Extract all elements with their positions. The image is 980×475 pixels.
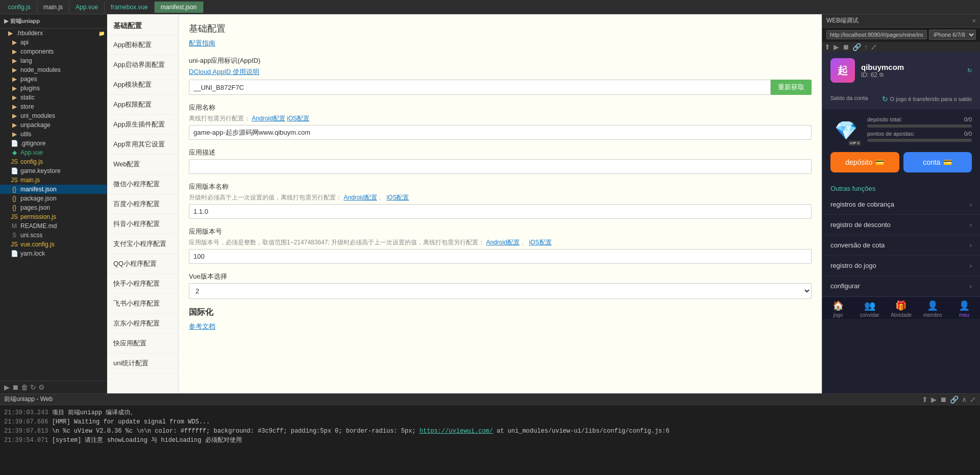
appid-input[interactable] (189, 80, 771, 95)
preview-link-icon[interactable]: 🔗 (852, 43, 861, 51)
preview-url-input[interactable] (826, 30, 927, 39)
tree-item-pages-json[interactable]: {} pages.json (0, 203, 107, 212)
tree-item-hbuilderx[interactable]: ▶ .hbuilderx 📁 (0, 29, 107, 38)
tree-item-main-js[interactable]: JS main.js (0, 176, 107, 185)
config-nav-jingdong[interactable]: 京东小程序配置 (107, 314, 178, 334)
tree-item-game-keystore[interactable]: 📄 game.keystore (0, 166, 107, 176)
nav-meu[interactable]: 👤 meu (948, 300, 980, 318)
config-nav-alipay[interactable]: 支付宝小程序配置 (107, 234, 178, 254)
config-nav-basic[interactable]: 基础配置 (107, 14, 178, 35)
tree-item-package-json[interactable]: {} package.json (0, 194, 107, 203)
nav-jogo[interactable]: 🏠 jogo (822, 300, 854, 318)
version-num-ios-link[interactable]: iOS配置 (529, 239, 552, 246)
appid-refresh-button[interactable]: 重新获取 (771, 80, 812, 95)
tree-item-node-modules[interactable]: ▶ node_modules (0, 65, 107, 74)
config-nav-app-icon[interactable]: App图标配置 (107, 35, 178, 55)
preview-play-icon[interactable]: ▶ (834, 43, 839, 51)
menu-item-3[interactable]: registro do jogo › (822, 256, 980, 276)
menu-item-0[interactable]: registros de cobrança › (822, 194, 980, 215)
account-button[interactable]: conta 💳 (903, 152, 972, 172)
deposit-button[interactable]: depósito 💳 (830, 152, 899, 172)
dcloud-appid-link[interactable]: DCloud AppID 使用说明 (189, 67, 812, 77)
config-nav-qq[interactable]: QQ小程序配置 (107, 254, 178, 274)
tree-item-utils[interactable]: ▶ utils (0, 130, 107, 139)
tree-item-vue-config[interactable]: JS vue.config.js (0, 240, 107, 249)
tree-item-config-js[interactable]: JS config.js (0, 157, 107, 166)
tree-item-store[interactable]: ▶ store (0, 102, 107, 111)
tree-item-readme[interactable]: M README.md (0, 221, 107, 231)
config-nav-feishu[interactable]: 飞书小程序配置 (107, 294, 178, 314)
config-nav-uni-stat[interactable]: uni统计配置 (107, 354, 178, 373)
tree-item-gitignore[interactable]: 📄 .gitignore (0, 139, 107, 148)
preview-close-button[interactable]: × (972, 17, 976, 24)
config-nav-weixin[interactable]: 微信小程序配置 (107, 174, 178, 194)
tree-item-unpackage[interactable]: ▶ unpackage (0, 120, 107, 130)
tab-app-vue[interactable]: App.vue (69, 2, 105, 13)
tab-main-js[interactable]: main.js (37, 2, 69, 13)
terminal-link-icon[interactable]: 🔗 (950, 395, 959, 404)
tree-item-plugins[interactable]: ▶ plugins (0, 84, 107, 93)
terminal-stop-icon[interactable]: ⏹ (940, 395, 947, 404)
config-nav-app-native[interactable]: App原生插件配置 (107, 115, 178, 135)
appname-input[interactable] (189, 125, 812, 140)
preview-expand-icon[interactable]: ↑ (864, 43, 868, 51)
tab-manifest-json[interactable]: manifest.json (155, 2, 204, 13)
version-name-input[interactable] (189, 204, 812, 219)
copy-icon[interactable]: ⧉ (879, 71, 884, 78)
tree-item-permission-js[interactable]: JS permission.js (0, 212, 107, 221)
config-nav-quick[interactable]: 快应用配置 (107, 334, 178, 354)
nav-membro[interactable]: 👤 membro (917, 300, 948, 318)
terminal-collapse-icon[interactable]: ∧ (962, 395, 967, 404)
tree-item-uni-modules[interactable]: ▶ uni_modules (0, 111, 107, 120)
appname-android-link[interactable]: Android配置 (252, 115, 285, 122)
nav-atividade[interactable]: 🎁 Atividade (886, 300, 917, 318)
version-android-link[interactable]: Android配置 (344, 194, 377, 201)
preview-fullscreen-icon[interactable]: ⤢ (871, 43, 877, 51)
nav-convidar[interactable]: 👥 convidar (854, 300, 886, 318)
stop-icon[interactable]: ⏹ (12, 383, 19, 391)
terminal-expand-icon[interactable]: ⤢ (970, 395, 976, 404)
i18n-doc-link[interactable]: 参考文档 (189, 322, 812, 331)
terminal-play-icon[interactable]: ▶ (931, 395, 937, 404)
tree-item-manifest-json[interactable]: {} manifest.json (0, 185, 107, 194)
tree-item-pages[interactable]: ▶ pages (0, 74, 107, 84)
version-ios-link[interactable]: iOS配置 (386, 194, 409, 201)
menu-item-2[interactable]: conversão de cota › (822, 235, 980, 256)
config-nav-app-permission[interactable]: App权限配置 (107, 95, 178, 115)
version-num-android-link[interactable]: Android配置 (486, 239, 519, 246)
terminal-controls: ⬆ ▶ ⏹ 🔗 ∧ ⤢ (922, 395, 976, 404)
refresh-icon[interactable]: ↻ (30, 383, 36, 391)
tree-item-uni-scss[interactable]: S uni.scss (0, 231, 107, 240)
preview-stop-icon[interactable]: ⏹ (842, 43, 849, 51)
tree-item-api[interactable]: ▶ api (0, 38, 107, 47)
config-nav-web[interactable]: Web配置 (107, 155, 178, 174)
preview-device-select[interactable]: iPhone 6/7/8 (929, 30, 976, 40)
tree-item-app-vue[interactable]: ◆ App.vue (0, 148, 107, 157)
config-nav-app-other[interactable]: App常用其它设置 (107, 135, 178, 155)
tree-item-static[interactable]: ▶ static (0, 93, 107, 102)
tree-item-lang[interactable]: ▶ lang (0, 56, 107, 65)
config-nav-baidu[interactable]: 百度小程序配置 (107, 194, 178, 214)
config-nav-tiktok[interactable]: 抖音小程序配置 (107, 214, 178, 234)
config-nav-app-module[interactable]: App模块配置 (107, 75, 178, 95)
description-input[interactable] (189, 159, 812, 174)
preview-upload-icon[interactable]: ⬆ (824, 43, 830, 51)
refresh-balance-icon[interactable]: ↻ (967, 67, 972, 74)
tab-framebox-vue[interactable]: framebox.vue (105, 2, 155, 13)
menu-item-4[interactable]: configurar › (822, 276, 980, 296)
config-nav-app-splash[interactable]: App启动界面配置 (107, 55, 178, 75)
menu-item-1[interactable]: registro de desconto › (822, 215, 980, 235)
terminal-upload-icon[interactable]: ⬆ (922, 395, 928, 404)
config-nav-kuaishou[interactable]: 快手小程序配置 (107, 274, 178, 294)
tab-config-js[interactable]: config.js (2, 2, 37, 13)
tree-item-yarn-lock[interactable]: 📄 yarn.lock (0, 249, 107, 258)
version-num-input[interactable] (189, 249, 812, 264)
log-link-uview[interactable]: https://uviewui.com/ (420, 428, 493, 435)
vue-version-select[interactable]: 2 3 (189, 283, 812, 299)
tree-item-components[interactable]: ▶ components (0, 47, 107, 56)
trash-icon[interactable]: 🗑 (21, 383, 28, 391)
config-guide-link[interactable]: 配置指南 (189, 39, 812, 48)
appname-ios-link[interactable]: iOS配置 (287, 115, 309, 122)
run-icon[interactable]: ▶ (4, 383, 10, 391)
settings-icon[interactable]: ⚙ (38, 383, 45, 391)
